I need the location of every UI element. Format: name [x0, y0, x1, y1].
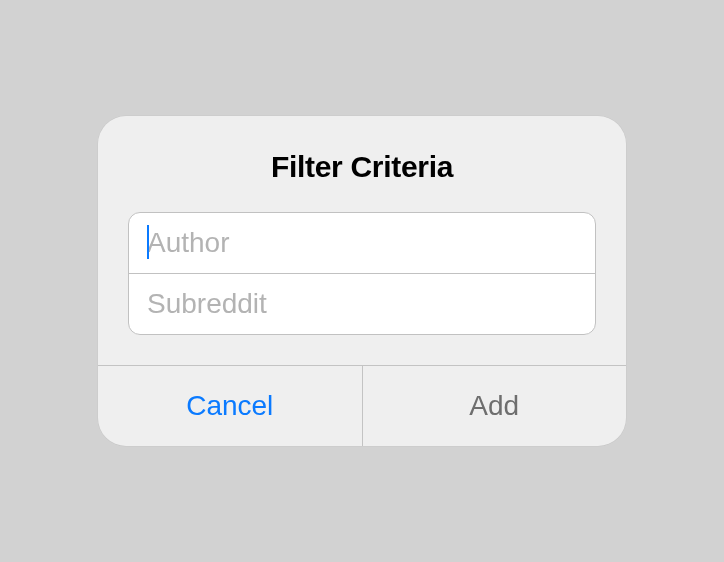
add-button[interactable]: Add: [363, 366, 627, 446]
author-field-wrap: [129, 213, 595, 273]
dialog-header: Filter Criteria: [98, 116, 626, 212]
subreddit-input[interactable]: [129, 274, 595, 334]
dialog-title: Filter Criteria: [118, 150, 606, 184]
input-group: [128, 212, 596, 335]
filter-criteria-dialog: Filter Criteria Cancel Add: [98, 116, 626, 446]
cancel-button[interactable]: Cancel: [98, 366, 362, 446]
author-input[interactable]: [129, 213, 595, 273]
text-cursor: [147, 225, 149, 259]
button-row: Cancel Add: [98, 365, 626, 446]
